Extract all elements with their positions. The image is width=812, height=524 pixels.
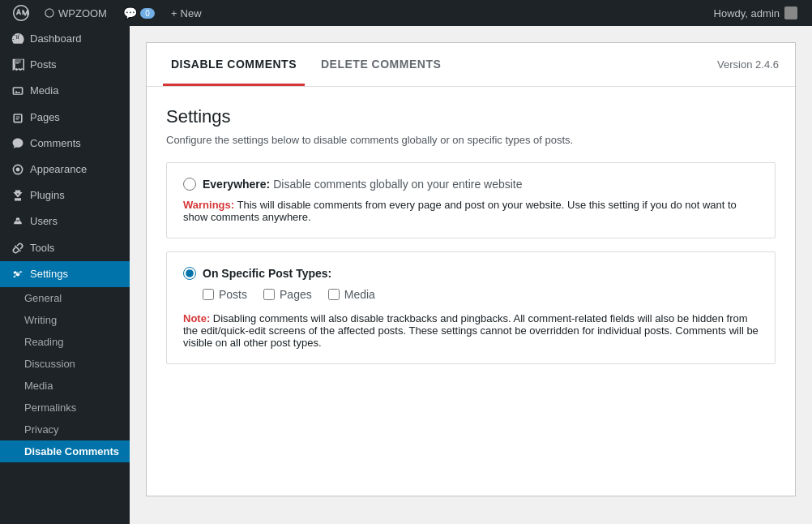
checkbox-pages-input[interactable] — [263, 289, 275, 300]
settings-submenu: General Writing Reading Discussion Media… — [0, 287, 130, 462]
checkbox-pages: Pages — [263, 288, 312, 301]
site-name[interactable]: WPZOOM — [36, 0, 115, 26]
option-specific-label[interactable]: On Specific Post Types: — [203, 267, 331, 280]
option-everywhere-label[interactable]: Everywhere: Disable comments globally on… — [203, 178, 523, 191]
checkbox-posts-input[interactable] — [203, 289, 214, 300]
radio-specific[interactable] — [183, 267, 196, 280]
sidebar-item-settings[interactable]: Settings — [0, 261, 130, 287]
checkbox-media-label[interactable]: Media — [344, 288, 375, 301]
sidebar-item-plugins[interactable]: Plugins — [0, 183, 130, 208]
dashboard-icon — [11, 32, 24, 45]
checkbox-pages-label[interactable]: Pages — [280, 288, 312, 301]
sidebar-item-comments[interactable]: Comments — [0, 131, 130, 157]
sidebar: Dashboard Posts Media Pages Comments — [0, 26, 130, 524]
submenu-media[interactable]: Media — [0, 375, 130, 397]
checkbox-media: Media — [328, 288, 375, 301]
comments-link[interactable]: 💬 0 — [115, 0, 163, 26]
comments-icon — [11, 137, 24, 150]
admin-bar: WPZOOM 💬 0 + New Howdy, admin — [0, 0, 812, 26]
sidebar-item-pages[interactable]: Pages — [0, 105, 130, 131]
posts-icon — [11, 58, 24, 71]
users-icon — [11, 215, 24, 228]
sidebar-item-tools[interactable]: Tools — [0, 235, 130, 261]
settings-title: Settings — [166, 106, 776, 127]
submenu-privacy[interactable]: Privacy — [0, 419, 130, 440]
settings-body: Settings Configure the settings below to… — [147, 87, 795, 397]
radio-everywhere[interactable] — [183, 178, 196, 191]
tab-disable-comments[interactable]: DISABLE COMMENTS — [163, 43, 305, 86]
new-content[interactable]: + New — [163, 0, 210, 26]
user-info: Howdy, admin — [706, 6, 806, 19]
settings-description: Configure the settings below to disable … — [166, 134, 776, 146]
submenu-discussion[interactable]: Discussion — [0, 353, 130, 375]
plugin-page: DISABLE COMMENTS DELETE COMMENTS Version… — [146, 42, 796, 496]
plugins-icon — [11, 189, 24, 202]
sidebar-item-appearance[interactable]: Appearance — [0, 157, 130, 183]
settings-icon — [11, 268, 24, 281]
sidebar-item-posts[interactable]: Posts — [0, 52, 130, 78]
submenu-reading[interactable]: Reading — [0, 331, 130, 353]
appearance-icon — [11, 163, 24, 176]
tab-delete-comments[interactable]: DELETE COMMENTS — [313, 43, 449, 86]
user-avatar[interactable] — [784, 6, 797, 19]
wp-logo[interactable] — [6, 0, 36, 26]
option-specific-card: On Specific Post Types: Posts Pages — [166, 251, 776, 364]
version-label: Version 2.4.6 — [717, 44, 779, 85]
submenu-disable-comments[interactable]: Disable Comments — [0, 440, 130, 462]
checkbox-media-input[interactable] — [328, 289, 340, 300]
post-type-checkboxes: Posts Pages Media — [203, 288, 759, 301]
checkbox-posts: Posts — [203, 288, 247, 301]
pages-icon — [11, 111, 24, 124]
sidebar-item-media[interactable]: Media — [0, 78, 130, 104]
sidebar-item-dashboard[interactable]: Dashboard — [0, 26, 130, 52]
submenu-general[interactable]: General — [0, 287, 130, 309]
sidebar-item-users[interactable]: Users — [0, 208, 130, 234]
warning-text: Warnings: This will disable comments fro… — [183, 199, 759, 223]
submenu-permalinks[interactable]: Permalinks — [0, 397, 130, 419]
main-content: DISABLE COMMENTS DELETE COMMENTS Version… — [130, 26, 812, 524]
media-icon — [11, 84, 24, 97]
option-everywhere-row: Everywhere: Disable comments globally on… — [183, 178, 759, 191]
submenu-writing[interactable]: Writing — [0, 309, 130, 331]
tabs-bar: DISABLE COMMENTS DELETE COMMENTS Version… — [147, 43, 795, 87]
option-everywhere-card: Everywhere: Disable comments globally on… — [166, 162, 776, 238]
note-text: Note: Disabling comments will also disab… — [183, 312, 759, 349]
option-specific-row: On Specific Post Types: — [183, 267, 759, 280]
tools-icon — [11, 242, 24, 255]
checkbox-posts-label[interactable]: Posts — [219, 288, 247, 301]
